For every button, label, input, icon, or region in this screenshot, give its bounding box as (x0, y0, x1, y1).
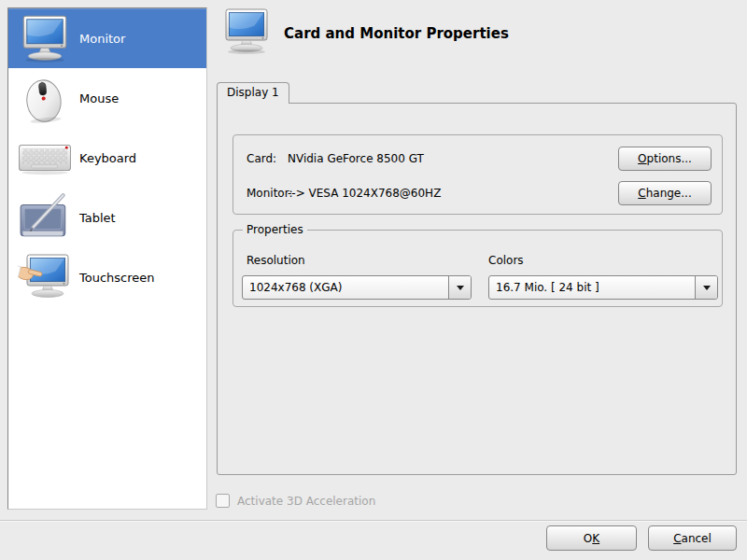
chevron-down-icon[interactable] (448, 276, 471, 299)
acceleration-checkbox-row: Activate 3D Acceleration (216, 494, 375, 508)
resolution-selected-value: 1024x768 (XGA) (243, 276, 448, 299)
activate-3d-acceleration-checkbox[interactable] (216, 494, 230, 508)
page-title: Card and Monitor Properties (284, 25, 509, 42)
ok-button[interactable]: OK (546, 525, 637, 551)
colors-selected-value: 16.7 Mio. [ 24 bit ] (489, 276, 695, 299)
colors-select[interactable]: 16.7 Mio. [ 24 bit ] (488, 275, 718, 300)
card-monitor-properties-dialog: { "colors": { "highlight": "#4a7ec9", "w… (0, 0, 747, 560)
properties-group: Properties Resolution Colors 1024x768 (X… (233, 230, 723, 307)
sidebar-item-touchscreen[interactable]: Touchscreen (8, 247, 206, 307)
touchscreen-icon (16, 249, 74, 305)
sidebar-item-tablet[interactable]: Tablet (8, 188, 206, 247)
resolution-select[interactable]: 1024x768 (XGA) (242, 275, 472, 300)
activate-3d-acceleration-label: Activate 3D Acceleration (237, 495, 375, 508)
monitor-value: --> VESA 1024X768@60HZ (288, 187, 441, 200)
sidebar-item-monitor[interactable]: Monitor (8, 8, 206, 68)
sidebar-item-mouse[interactable]: Mouse (8, 68, 206, 128)
options-button[interactable]: Options... (618, 147, 712, 171)
card-label: Card: (247, 152, 288, 165)
monitor-label: Monitor: (247, 187, 288, 200)
monitor-icon (220, 7, 273, 56)
sidebar-item-label: Monitor (79, 32, 125, 46)
tablet-icon (16, 189, 74, 245)
properties-group-title: Properties (243, 223, 307, 236)
card-monitor-group: Card: NVidia GeForce 8500 GT Monitor: --… (233, 134, 723, 215)
display-tab-panel: Card: NVidia GeForce 8500 GT Monitor: --… (217, 103, 737, 475)
colors-label: Colors (488, 254, 524, 267)
sidebar-item-label: Tablet (79, 211, 116, 225)
tab-display-1[interactable]: Display 1 (217, 82, 289, 104)
sidebar-item-label: Touchscreen (79, 271, 155, 285)
sidebar-item-label: Mouse (79, 91, 119, 105)
keyboard-icon (16, 130, 74, 186)
footer-divider (0, 520, 747, 522)
card-value: NVidia GeForce 8500 GT (288, 152, 424, 165)
chevron-down-icon[interactable] (695, 276, 717, 299)
resolution-label: Resolution (247, 254, 305, 267)
monitor-icon (16, 11, 74, 67)
cancel-button[interactable]: Cancel (648, 525, 737, 551)
change-button[interactable]: Change... (618, 181, 712, 205)
sidebar-item-label: Keyboard (79, 151, 136, 165)
mouse-icon (16, 70, 74, 126)
device-category-list: Monitor Mouse (7, 7, 207, 510)
sidebar-item-keyboard[interactable]: Keyboard (8, 128, 206, 188)
